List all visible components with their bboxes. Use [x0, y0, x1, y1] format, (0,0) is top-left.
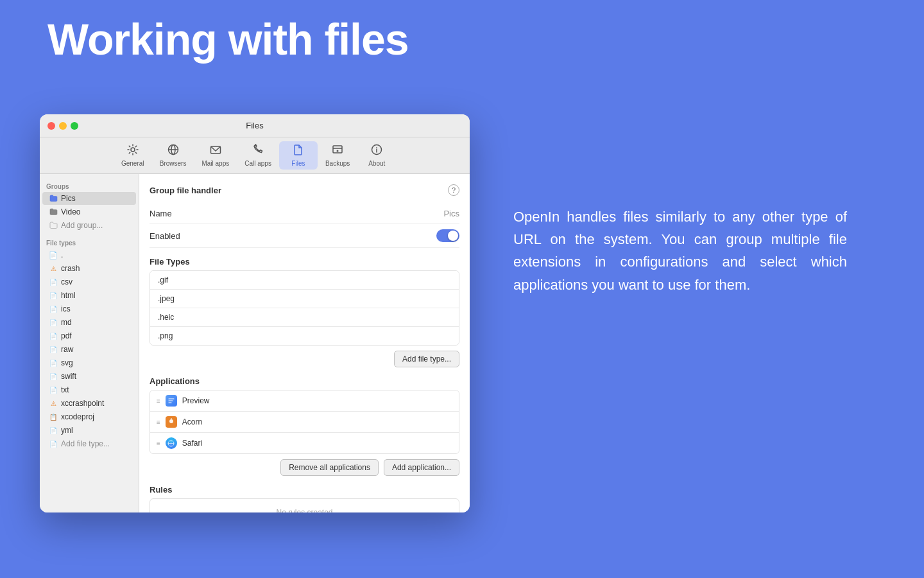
traffic-lights — [47, 122, 78, 130]
minimize-button[interactable] — [59, 122, 67, 130]
enabled-field-row: Enabled — [150, 224, 459, 248]
window-title: Files — [246, 121, 263, 130]
enabled-toggle[interactable] — [436, 229, 459, 242]
sidebar-item-xccrashpoint[interactable]: ⚠ xccrashpoint — [42, 397, 136, 410]
app-item-acorn[interactable]: ≡ Acorn — [150, 412, 459, 433]
sidebar-item-pics[interactable]: Pics — [42, 192, 136, 205]
applications-title: Applications — [150, 376, 459, 386]
close-button[interactable] — [47, 122, 55, 130]
file-icon-pdf: 📄 — [49, 333, 58, 340]
description-text: OpenIn handles files similarly to any ot… — [513, 206, 847, 296]
add-group-label: Add group... — [61, 221, 103, 230]
files-icon — [293, 144, 304, 159]
file-icon-xccrashpoint: ⚠ — [49, 400, 58, 407]
sidebar-add-file-type[interactable]: 📄 Add file type... — [42, 437, 136, 450]
toolbar: General Browsers Mail apps — [40, 137, 470, 174]
sidebar-item-yml[interactable]: 📄 yml — [42, 424, 136, 437]
about-icon — [371, 144, 382, 159]
mail-label: Mail apps — [201, 160, 229, 167]
sidebar-item-csv[interactable]: 📄 csv — [42, 276, 136, 288]
sidebar-item-video[interactable]: Video — [42, 206, 136, 218]
drag-handle-safari: ≡ — [157, 440, 160, 447]
drag-handle-acorn: ≡ — [157, 419, 160, 426]
maximize-button[interactable] — [71, 122, 78, 130]
sidebar-item-xcodeproj[interactable]: 📋 xcodeproj — [42, 410, 136, 423]
file-icon-xcodeproj: 📋 — [49, 414, 58, 421]
sidebar-item-html[interactable]: 📄 html — [42, 289, 136, 302]
app-item-safari[interactable]: ≡ Safari — [150, 433, 459, 453]
browsers-label: Browsers — [160, 160, 187, 167]
general-label: General — [121, 160, 144, 167]
app-item-preview[interactable]: ≡ Preview — [150, 390, 459, 412]
svg-point-0 — [131, 148, 135, 152]
tab-general[interactable]: General — [114, 141, 152, 170]
sidebar-item-md[interactable]: 📄 md — [42, 316, 136, 329]
add-file-type-label: Add file type... — [61, 439, 110, 448]
file-icon-dot: 📄 — [49, 251, 58, 259]
name-value: Pics — [443, 209, 459, 218]
enabled-label: Enabled — [150, 231, 180, 241]
sidebar-yml-label: yml — [61, 426, 73, 435]
file-types-section-label: File types — [40, 237, 139, 248]
sidebar-item-dot[interactable]: 📄 . — [42, 249, 136, 261]
page-title: Working with files — [47, 14, 409, 64]
sidebar-item-ics[interactable]: 📄 ics — [42, 302, 136, 315]
title-bar: Files — [40, 114, 470, 137]
tab-mail-apps[interactable]: Mail apps — [194, 141, 237, 170]
sidebar-svg-label: svg — [61, 358, 73, 367]
preview-app-icon — [166, 395, 177, 407]
file-icon-svg: 📄 — [49, 360, 58, 367]
file-icon-ics: 📄 — [49, 306, 58, 313]
file-icon-md: 📄 — [49, 319, 58, 326]
sidebar-xccrashpoint-label: xccrashpoint — [61, 399, 104, 408]
call-label: Call apps — [244, 160, 271, 167]
tab-browsers[interactable]: Browsers — [152, 141, 194, 170]
list-item[interactable]: .gif — [150, 271, 459, 290]
help-button[interactable]: ? — [448, 184, 459, 196]
tab-about[interactable]: About — [357, 141, 396, 170]
file-icon-txt: 📄 — [49, 387, 58, 394]
list-item[interactable]: .png — [150, 327, 459, 345]
sidebar-xcodeproj-label: xcodeproj — [61, 412, 94, 421]
sidebar-item-raw[interactable]: 📄 raw — [42, 343, 136, 356]
call-icon — [252, 144, 264, 159]
add-file-type-button[interactable]: Add file type... — [394, 351, 459, 367]
tab-files[interactable]: Files — [279, 141, 318, 170]
folder-icon-video — [49, 208, 58, 216]
sidebar-crash-label: crash — [61, 264, 80, 273]
tab-call-apps[interactable]: Call apps — [237, 141, 279, 170]
toggle-knob — [448, 231, 458, 241]
sidebar-item-txt[interactable]: 📄 txt — [42, 383, 136, 396]
folder-icon-pics — [49, 195, 58, 203]
file-types-list: .gif .jpeg .heic .png — [150, 270, 459, 346]
group-handler-title: Group file handler — [150, 186, 221, 195]
tab-backups[interactable]: Backups — [318, 141, 357, 170]
sidebar-swift-label: swift — [61, 372, 76, 381]
sidebar-md-label: md — [61, 318, 72, 327]
group-handler-header: Group file handler ? — [150, 184, 459, 196]
sidebar-html-label: html — [61, 291, 76, 300]
sidebar-item-crash[interactable]: ⚠ crash — [42, 262, 136, 275]
svg-point-10 — [377, 147, 378, 148]
add-file-type-icon: 📄 — [49, 441, 58, 448]
add-application-button[interactable]: Add application... — [384, 459, 459, 476]
safari-app-label: Safari — [182, 439, 202, 448]
acorn-app-label: Acorn — [182, 417, 202, 426]
groups-section-label: Groups — [40, 180, 139, 191]
sidebar-item-svg[interactable]: 📄 svg — [42, 356, 136, 369]
sidebar-item-pdf[interactable]: 📄 pdf — [42, 329, 136, 342]
sidebar-txt-label: txt — [61, 385, 69, 394]
macos-window: Files General Browsers — [40, 114, 470, 512]
list-item[interactable]: .jpeg — [150, 290, 459, 308]
remove-all-apps-button[interactable]: Remove all applications — [280, 459, 379, 476]
acorn-app-icon — [166, 416, 177, 428]
sidebar-item-swift[interactable]: 📄 swift — [42, 370, 136, 383]
drag-handle-preview: ≡ — [157, 398, 160, 405]
file-icon-crash: ⚠ — [49, 265, 58, 272]
list-item[interactable]: .heic — [150, 308, 459, 327]
backups-icon — [332, 144, 343, 159]
applications-buttons: Remove all applications Add application.… — [150, 459, 459, 476]
add-group-icon — [49, 222, 58, 230]
rules-title: Rules — [150, 485, 459, 495]
sidebar-add-group[interactable]: Add group... — [42, 219, 136, 232]
